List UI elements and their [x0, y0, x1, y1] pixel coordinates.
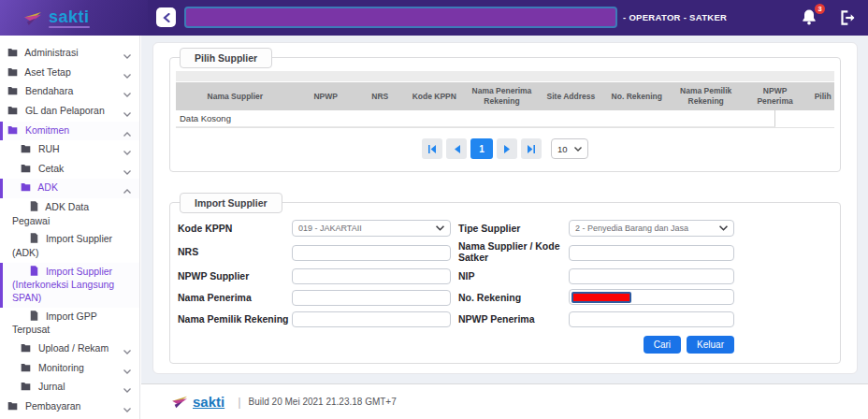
redacted-value-highlight: [571, 292, 631, 303]
empty-table-row: Data Kosong: [176, 110, 775, 127]
nama-supplier-kode-satker-label: Nama Supplier / Kode Satker: [458, 240, 569, 263]
prev-page-button[interactable]: [446, 138, 467, 159]
sidebar-item-upload-rekam[interactable]: Upload / Rekam: [0, 340, 139, 359]
logout-button[interactable]: [837, 8, 857, 27]
folder-icon: [21, 363, 31, 376]
sidebar-item-komitmen[interactable]: Komitmen: [0, 122, 139, 141]
app-logo[interactable]: sakti: [0, 0, 148, 36]
chevron-down-icon: [574, 147, 582, 152]
col-npwp: NPWP: [295, 90, 357, 104]
nama-penerima-input[interactable]: [292, 290, 451, 306]
npwp-penerima-input[interactable]: [569, 311, 734, 327]
no-rekening-label: No. Rekening: [458, 292, 569, 303]
chevron-down-icon: [123, 88, 131, 101]
sidebar-item-monitoring[interactable]: Monitoring: [0, 359, 139, 379]
nrs-label: NRS: [178, 246, 292, 257]
sidebar-item-import-supplier-interkoneksi-span[interactable]: Import Supplier (Interkoneksi Langsung S…: [0, 263, 139, 308]
sidebar-item-import-gpp-terpusat[interactable]: Import GPP Terpusat: [0, 308, 139, 340]
col-npwp-penerima: NPWP Penerima: [742, 84, 807, 108]
pagination: 1 10: [176, 138, 834, 159]
first-page-button[interactable]: [422, 138, 442, 159]
chevron-down-icon: [123, 365, 131, 378]
nama-pemilik-rekening-input[interactable]: [292, 311, 451, 327]
chevron-left-icon: [163, 13, 170, 22]
footer-divider: |: [238, 395, 240, 409]
logo-text: sakti: [49, 8, 90, 28]
sidebar-item-adk-data-pegawai[interactable]: ADK Data Pegawai: [0, 198, 139, 230]
folder-icon: [7, 86, 18, 99]
notifications-button[interactable]: 3: [800, 7, 820, 28]
cari-button[interactable]: Cari: [644, 336, 681, 354]
kode-kppn-select[interactable]: 019 - JAKARTAII: [292, 220, 451, 237]
kode-kppn-label: Kode KPPN: [178, 223, 292, 234]
sidebar-item-administrasi[interactable]: Administrasi: [0, 44, 139, 64]
user-role-label: - OPERATOR - SATKER: [623, 12, 727, 22]
import-supplier-legend: Import Supplier: [180, 193, 282, 213]
sidebar: Administrasi Aset Tetap Bendahara GL dan…: [0, 36, 140, 419]
chevron-down-icon: [123, 108, 131, 121]
next-page-button[interactable]: [497, 138, 517, 159]
npwp-supplier-label: NPWP Supplier: [178, 270, 292, 282]
folder-icon: [7, 401, 18, 414]
last-page-button[interactable]: [521, 138, 542, 159]
build-info: Build 20 Mei 2021 21.23.18 GMT+7: [249, 397, 397, 407]
logo-tagline: [49, 26, 90, 28]
col-nama-supplier: Nama Supplier: [176, 90, 295, 104]
sidebar-item-gl-dan-pelaporan[interactable]: GL dan Pelaporan: [0, 102, 139, 122]
chevron-up-icon: [123, 184, 131, 197]
col-site-address: Site Address: [538, 90, 603, 104]
col-nama-penerima-rekening: Nama Penerima Rekening: [466, 84, 538, 108]
form-actions: Cari Keluar: [176, 336, 734, 354]
sidebar-item-pembayaran[interactable]: Pembayaran: [0, 397, 139, 417]
no-rekening-input[interactable]: [569, 289, 734, 305]
page-number-button[interactable]: 1: [470, 138, 493, 159]
folder-icon: [7, 106, 18, 119]
col-nama-pemilik-rekening: Nama Pemilik Rekening: [670, 84, 742, 108]
user-info-redacted: [184, 7, 617, 28]
sakti-logo-icon: [24, 10, 42, 26]
folder-icon: [21, 382, 31, 395]
sidebar-item-cetak[interactable]: Cetak: [0, 160, 139, 180]
footer-logo[interactable]: sakti: [172, 394, 224, 410]
keluar-button[interactable]: Keluar: [687, 336, 734, 354]
last-page-icon: [527, 145, 536, 153]
footer-logo-text: sakti: [193, 394, 224, 410]
chevron-down-icon: [123, 146, 131, 159]
nama-penerima-label: Nama Penerima: [178, 292, 292, 303]
sidebar-item-aset-tetap[interactable]: Aset Tetap: [0, 64, 139, 83]
table-header-row: Nama Supplier NPWP NRS Kode KPPN Nama Pe…: [176, 82, 834, 110]
chevron-down-icon: [123, 383, 131, 397]
npwp-supplier-input[interactable]: [292, 268, 451, 284]
sidebar-collapse-button[interactable]: [156, 7, 176, 27]
col-nrs: NRS: [357, 90, 403, 104]
chevron-down-icon: [719, 225, 728, 231]
page-size-select[interactable]: 10: [551, 138, 588, 159]
sidebar-item-import-supplier-adk[interactable]: Import Supplier (ADK): [0, 230, 139, 262]
app-window: sakti - OPERATOR - SATKER 3: [0, 0, 868, 419]
main-content: Pilih Supplier Nama Supplier NPWP NRS Ko…: [141, 36, 868, 383]
notification-badge: 3: [815, 4, 825, 14]
folder-icon: [21, 144, 31, 157]
app-header: sakti - OPERATOR - SATKER 3: [0, 0, 868, 36]
supplier-table: Nama Supplier NPWP NRS Kode KPPN Nama Pe…: [176, 71, 834, 128]
nrs-input[interactable]: [292, 245, 451, 261]
file-icon: [30, 266, 38, 280]
sidebar-item-bendahara[interactable]: Bendahara: [0, 82, 139, 102]
chevron-down-icon: [123, 69, 131, 82]
header-actions: 3: [800, 0, 857, 36]
tipe-supplier-label: Tipe Supplier: [458, 223, 569, 234]
next-page-icon: [504, 145, 511, 153]
nip-label: NIP: [458, 270, 569, 282]
nip-input[interactable]: [569, 268, 734, 284]
sidebar-item-jurnal[interactable]: Jurnal: [0, 378, 139, 397]
sidebar-item-adk[interactable]: ADK: [0, 179, 139, 198]
logout-icon: [837, 8, 857, 27]
chevron-down-icon: [436, 225, 444, 231]
import-supplier-panel: Import Supplier Kode KPPN 019 - JAKARTAI…: [169, 202, 841, 364]
sidebar-item-ruh[interactable]: RUH: [0, 140, 139, 160]
col-pilih: Pilih: [808, 90, 838, 104]
nama-supplier-kode-satker-input[interactable]: [569, 245, 734, 261]
npwp-penerima-label: NPWP Penerima: [458, 313, 569, 325]
tipe-supplier-select[interactable]: 2 - Penyedia Barang dan Jasa: [569, 220, 734, 237]
chevron-down-icon: [123, 166, 131, 179]
